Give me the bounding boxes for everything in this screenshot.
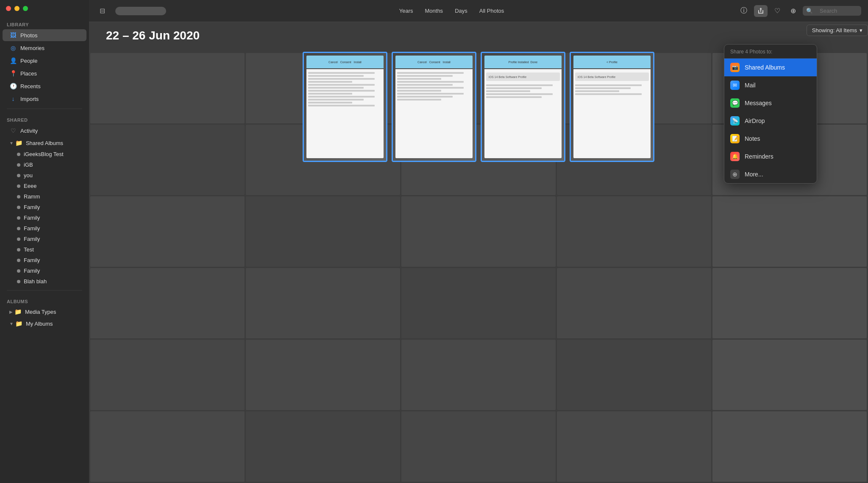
thumb[interactable] (90, 53, 245, 123)
thumb[interactable] (712, 411, 867, 482)
days-button[interactable]: Days (450, 6, 473, 16)
sidebar-sub-item-test[interactable]: Test (3, 245, 86, 254)
sidebar-label-shared-albums: Shared Albums (26, 140, 63, 146)
text-line (486, 93, 553, 95)
share-option-notes[interactable]: 📝 Notes (724, 130, 817, 148)
photo-1-content (306, 69, 384, 158)
sidebar-sub-item-blah-blah[interactable]: Blah blah (3, 276, 86, 286)
thumb[interactable] (401, 411, 556, 482)
sidebar-item-imports[interactable]: ↓ Imports (3, 93, 86, 105)
all-photos-button[interactable]: All Photos (474, 6, 509, 16)
sidebar-group-shared-albums[interactable]: ▼ 📁 Shared Albums (3, 137, 86, 148)
thumb[interactable] (712, 196, 867, 267)
text-line (575, 84, 642, 86)
thumb[interactable] (557, 340, 711, 410)
selected-photo-3[interactable]: Profile Installed Done iOS 14 Beta Softw… (481, 52, 565, 162)
selected-photo-4[interactable]: < Profile iOS 14 Beta Software Profile (570, 52, 654, 162)
share-option-mail[interactable]: ✉ Mail (724, 76, 817, 94)
showing-dropdown[interactable]: Showing: All Items ▾ (807, 25, 868, 36)
thumb[interactable] (246, 196, 400, 267)
selected-photos-overlay: Cancel Consent Install (288, 47, 669, 166)
thumb[interactable] (557, 196, 711, 267)
search-icon: 🔍 (806, 8, 813, 14)
sidebar-sub-item-ramm[interactable]: Ramm (3, 192, 86, 201)
share-option-shared-albums[interactable]: 📷 Shared Albums (724, 59, 817, 76)
sidebar-item-people[interactable]: 👤 People (3, 55, 86, 67)
sidebar-sub-item-igb[interactable]: iGB (3, 160, 86, 170)
thumb[interactable] (90, 268, 245, 338)
minimize-button[interactable] (14, 6, 19, 11)
thumb[interactable] (90, 340, 245, 410)
search-input[interactable] (815, 6, 858, 16)
thumb[interactable] (557, 411, 711, 482)
sidebar-sub-item-igeeksblog[interactable]: iGeeksBlog Test (3, 149, 86, 159)
thumb[interactable] (90, 411, 245, 482)
divider-2 (7, 290, 82, 290)
sidebar-item-activity[interactable]: ♡ Activity (3, 125, 86, 137)
thumb[interactable] (90, 125, 245, 195)
thumb[interactable] (401, 340, 556, 410)
months-button[interactable]: Months (420, 6, 448, 16)
share-label-mail: Mail (745, 82, 756, 89)
sidebar-sub-item-family6[interactable]: Family (3, 266, 86, 276)
share-option-airdrop[interactable]: 📡 AirDrop (724, 112, 817, 130)
sidebar-sub-item-family3[interactable]: Family (3, 223, 86, 233)
slider-control[interactable] (115, 7, 166, 15)
share-label-notes: Notes (745, 135, 760, 142)
albums-section-header: Albums (0, 294, 89, 306)
info-button[interactable]: ⓘ (737, 4, 751, 18)
more-icon: ⊕ (730, 170, 740, 179)
thumb[interactable] (712, 340, 867, 410)
sidebar-item-places[interactable]: 📍 Places (3, 67, 86, 79)
airdrop-icon: 📡 (730, 116, 740, 126)
recents-icon: 🕐 (9, 82, 17, 90)
sidebar-label-media-types: Media Types (25, 309, 56, 315)
sidebar-item-memories[interactable]: ◎ Memories (3, 42, 86, 54)
share-label-reminders: Reminders (745, 153, 773, 160)
sidebar-group-my-albums[interactable]: ▼ 📁 My Albums (3, 318, 86, 329)
thumb[interactable] (90, 196, 245, 267)
dot-icon (17, 280, 20, 283)
years-button[interactable]: Years (394, 6, 418, 16)
text-line (486, 87, 542, 89)
text-line (308, 90, 375, 92)
share-option-more[interactable]: ⊕ More... (724, 165, 817, 183)
text-line (397, 96, 453, 98)
close-button[interactable] (6, 6, 11, 11)
sidebar-group-media-types[interactable]: ▶ 📁 Media Types (3, 306, 86, 317)
thumb[interactable] (712, 268, 867, 338)
thumb[interactable] (246, 340, 400, 410)
sidebar-sub-item-family5[interactable]: Family (3, 255, 86, 265)
share-button[interactable] (754, 5, 768, 17)
library-section-header: Library (0, 17, 89, 29)
sidebar-sub-item-family4[interactable]: Family (3, 234, 86, 244)
selected-photo-1[interactable]: Cancel Consent Install (303, 52, 387, 162)
share-option-reminders[interactable]: 🔔 Reminders (724, 148, 817, 165)
thumb[interactable] (246, 411, 400, 482)
share-label-messages: Messages (745, 100, 772, 106)
text-line (308, 72, 375, 74)
sidebar-sub-item-eeee[interactable]: Eeee (3, 181, 86, 191)
selected-photo-2[interactable]: Cancel Consent Install (392, 52, 476, 162)
thumb[interactable] (401, 268, 556, 338)
sidebar-label-family3: Family (24, 225, 40, 232)
thumb[interactable] (246, 268, 400, 338)
thumb[interactable] (557, 268, 711, 338)
sidebar-sub-item-family1[interactable]: Family (3, 202, 86, 212)
sidebar-label-places: Places (20, 70, 37, 77)
sidebar-item-photos[interactable]: 🖼 Photos (3, 29, 86, 41)
sidebar-item-recents[interactable]: 🕐 Recents (3, 80, 86, 92)
sidebar-label-memories: Memories (20, 45, 45, 51)
text-line (397, 84, 453, 86)
sidebar-sub-item-you[interactable]: you (3, 170, 86, 180)
share-option-messages[interactable]: 💬 Messages (724, 94, 817, 112)
thumb[interactable] (401, 196, 556, 267)
text-line (308, 96, 375, 98)
sidebar-sub-item-family2[interactable]: Family (3, 213, 86, 223)
add-to-button[interactable]: ⊕ (787, 4, 799, 17)
maximize-button[interactable] (23, 6, 28, 11)
sidebar-label-you: you (24, 172, 33, 179)
sidebar-toggle-button[interactable]: ⊟ (96, 5, 108, 17)
text-line (308, 81, 352, 83)
favorite-button[interactable]: ♡ (771, 4, 784, 17)
